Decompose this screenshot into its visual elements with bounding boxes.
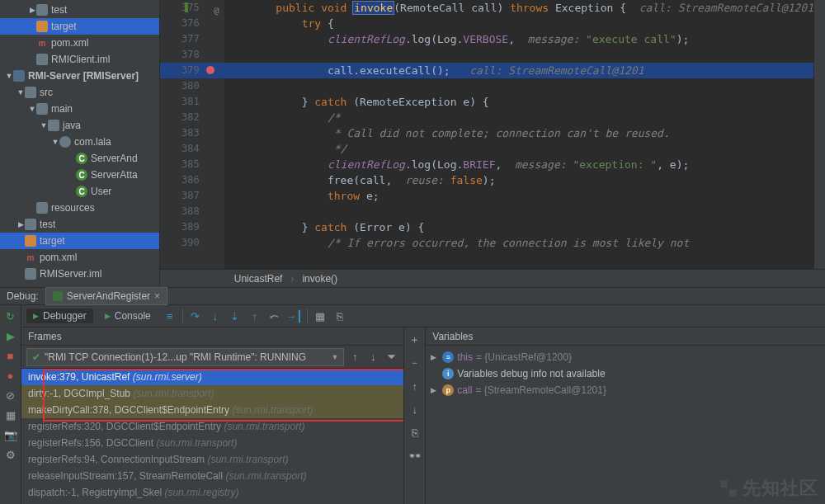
tree-node[interactable]: ▼ main [0, 101, 159, 117]
gutter-row[interactable]: 384 [160, 141, 224, 157]
rerun-button[interactable]: ↻ [3, 309, 18, 323]
gutter-row[interactable]: 381 [160, 94, 224, 110]
run-to-cursor-button[interactable]: →┃ [287, 309, 302, 323]
drop-frame-button[interactable]: ⤺ [267, 309, 282, 323]
breakpoints-button[interactable]: ● [3, 368, 18, 383]
stack-frame[interactable]: registerRefs:320, DGCClient$EndpointEntr… [21, 418, 403, 435]
gutter-row[interactable]: 382 [160, 110, 224, 125]
frames-list[interactable]: invoke:379, UnicastRef (sun.rmi.server)d… [21, 369, 403, 504]
tree-node[interactable]: target [0, 233, 159, 249]
next-frame-button[interactable]: ↓ [365, 350, 380, 365]
camera-icon[interactable]: 📷 [3, 427, 18, 442]
stack-frame[interactable]: registerRefs:94, ConnectionInputStream (… [21, 451, 403, 468]
code-body[interactable]: public void invoke(RemoteCall call) thro… [224, 0, 813, 269]
code-line[interactable] [224, 47, 813, 63]
tree-node[interactable]: ▼ com.lala [0, 134, 159, 150]
resume-button[interactable]: ▶ [3, 328, 18, 343]
tree-arrow[interactable]: ▼ [40, 121, 48, 130]
tree-node[interactable]: ▶ test [0, 216, 159, 233]
remove-watch-button[interactable]: － [408, 356, 422, 370]
copy-button[interactable]: ⎘ [408, 425, 422, 440]
tree-node[interactable]: target [0, 18, 159, 35]
step-over-button[interactable]: ↷ [188, 309, 203, 323]
threads-icon[interactable]: ≡ [163, 309, 177, 323]
tree-arrow[interactable]: ▼ [16, 88, 25, 97]
variables-tree[interactable]: ▶ ≡ this = {UnicastRef@1200} i Variables… [426, 346, 825, 504]
filter-frames-button[interactable]: ⏷ [384, 350, 398, 365]
tree-arrow[interactable]: ▼ [28, 105, 36, 113]
gutter-row[interactable]: 378 [160, 47, 224, 63]
new-watch-button[interactable]: ＋ [408, 332, 422, 347]
debug-config-tab[interactable]: ServerAndRegister × [45, 287, 167, 305]
breadcrumb-method[interactable]: invoke() [302, 273, 337, 285]
settings-icon[interactable]: ⚙ [3, 447, 18, 462]
code-line[interactable]: try { [224, 16, 813, 31]
editor-gutter[interactable]: 375 @ 376 377 378 379 380 381 [160, 0, 224, 269]
up-button[interactable]: ↑ [408, 379, 422, 393]
code-editor[interactable]: 375 @ 376 377 378 379 380 381 [160, 0, 825, 287]
evaluate-button[interactable]: ▦ [313, 309, 328, 323]
layout-button[interactable]: ▦ [3, 407, 18, 422]
code-line[interactable]: public void invoke(RemoteCall call) thro… [224, 0, 813, 16]
breadcrumb[interactable]: UnicastRef › invoke() [160, 269, 825, 287]
code-line[interactable]: /* If errors occurred, the connection is… [224, 235, 813, 251]
tree-node[interactable]: ▼ src [0, 84, 159, 101]
var-this[interactable]: ▶ ≡ this = {UnicastRef@1200} [431, 349, 820, 365]
tree-node[interactable]: C ServerAtta [0, 167, 159, 183]
console-tab[interactable]: ▶Console [98, 309, 158, 323]
tree-node[interactable]: m pom.xml [0, 249, 159, 266]
breadcrumb-class[interactable]: UnicastRef [234, 273, 283, 285]
gutter-row[interactable]: 379 [160, 63, 224, 78]
glasses-icon[interactable]: 👓 [408, 448, 422, 463]
step-out-button[interactable]: ↑ [248, 309, 262, 323]
stack-frame[interactable]: invoke:379, UnicastRef (sun.rmi.server) [21, 369, 403, 385]
stack-frame[interactable]: dirty:-1, DGCImpl_Stub (sun.rmi.transpor… [21, 385, 403, 402]
code-line[interactable]: clientRefLog.log(Log.BRIEF, message: "ex… [224, 157, 813, 172]
code-line[interactable]: * Call did not complete; connection can'… [224, 125, 813, 141]
debugger-tab[interactable]: ▶Debugger [26, 309, 93, 323]
gutter-row[interactable]: 390 [160, 235, 224, 251]
code-line[interactable] [224, 204, 813, 219]
var-call[interactable]: ▶ p call = {StreamRemoteCall@1201} [431, 382, 820, 398]
tree-node[interactable]: C User [0, 183, 159, 200]
gutter-row[interactable]: 389 [160, 219, 224, 235]
tree-arrow[interactable]: ▼ [5, 72, 13, 80]
project-tree[interactable]: ▶ test target m pom.xml RMIClient.iml ▼ … [0, 0, 160, 287]
gutter-row[interactable]: 388 [160, 204, 224, 219]
editor-scrollbar[interactable] [813, 0, 825, 269]
tree-node[interactable]: resources [0, 200, 159, 216]
close-icon[interactable]: × [154, 290, 160, 302]
code-line[interactable]: call.executeCall(); call: StreamRemoteCa… [224, 63, 813, 78]
tree-node[interactable]: ▶ test [0, 2, 159, 18]
tree-arrow[interactable]: ▶ [28, 6, 36, 14]
gutter-row[interactable]: 387 [160, 188, 224, 204]
tree-node[interactable]: ▼ RMI-Server [RMIServer] [0, 68, 159, 84]
gutter-row[interactable]: 380 [160, 78, 224, 94]
code-line[interactable]: } catch (Error e) { [224, 219, 813, 235]
tree-node[interactable]: RMIServer.iml [0, 266, 159, 282]
breakpoint-icon[interactable] [206, 66, 214, 74]
force-step-into-button[interactable]: ⇣ [228, 309, 243, 323]
trace-button[interactable]: ⎘ [332, 309, 347, 323]
code-line[interactable]: free(call, reuse: false); [224, 172, 813, 188]
gutter-row[interactable]: 377 [160, 31, 224, 47]
code-line[interactable] [224, 78, 813, 94]
stack-frame[interactable]: releaseInputStream:157, StreamRemoteCall… [21, 468, 403, 484]
stop-button[interactable]: ■ [3, 348, 18, 363]
code-line[interactable]: } catch (RemoteException e) { [224, 94, 813, 110]
tree-node[interactable]: m pom.xml [0, 35, 159, 51]
gutter-row[interactable]: 385 [160, 157, 224, 172]
code-line[interactable]: throw e; [224, 188, 813, 204]
code-line[interactable]: */ [224, 141, 813, 157]
code-line[interactable]: /* [224, 110, 813, 125]
gutter-row[interactable]: 383 [160, 125, 224, 141]
gutter-row[interactable]: 375 @ [160, 0, 224, 16]
step-into-button[interactable]: ↓ [208, 309, 223, 323]
code-line[interactable]: clientRefLog.log(Log.VERBOSE, message: "… [224, 31, 813, 47]
prev-frame-button[interactable]: ↑ [347, 350, 362, 365]
tree-arrow[interactable]: ▶ [16, 220, 25, 228]
gutter-row[interactable]: 376 [160, 16, 224, 31]
stack-frame[interactable]: makeDirtyCall:378, DGCClient$EndpointEnt… [21, 402, 403, 418]
tree-node[interactable]: C ServerAnd [0, 150, 159, 167]
tree-arrow[interactable]: ▼ [51, 138, 59, 146]
